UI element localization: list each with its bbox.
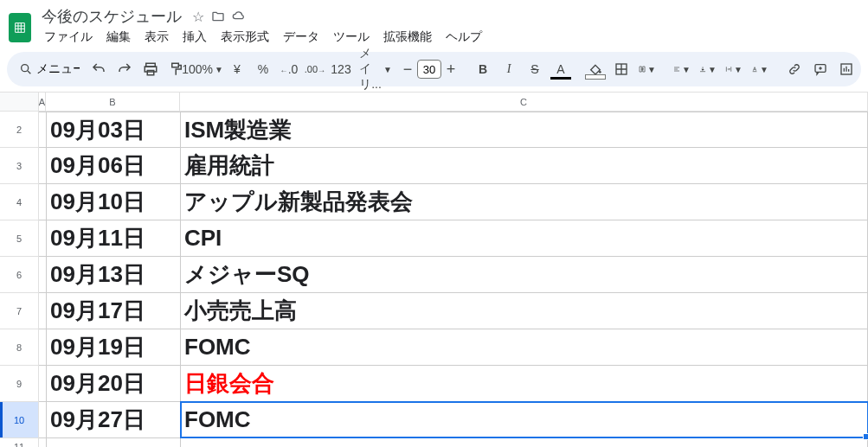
cell-event[interactable]: FOMC [181, 402, 868, 437]
text-color-button[interactable]: A [549, 57, 573, 81]
menu-view[interactable]: 表示 [138, 28, 175, 47]
cell[interactable] [39, 112, 47, 147]
row-header[interactable]: 9 [0, 366, 39, 402]
menu-search[interactable] [14, 62, 85, 76]
menu-data[interactable]: データ [277, 28, 325, 47]
decrease-decimal-button[interactable]: ←.0 [277, 57, 301, 81]
row-header[interactable]: 3 [0, 148, 39, 184]
row-header[interactable]: 2 [0, 112, 39, 148]
horizontal-align-button[interactable]: ▼ [670, 57, 694, 81]
cell[interactable] [47, 438, 181, 447]
cell-event[interactable]: メジャーSQ [181, 257, 868, 292]
cell[interactable] [39, 220, 47, 256]
zoom-dropdown[interactable]: 100%▼ [190, 57, 215, 81]
titlebar: 今後のスケジュール ☆ ファイル 編集 表示 挿入 表示形式 データ ツール 拡… [0, 0, 868, 52]
menu-extensions[interactable]: 拡張機能 [377, 28, 438, 47]
italic-button[interactable]: I [497, 57, 521, 81]
cell[interactable] [39, 329, 47, 365]
cell-event[interactable]: FOMC [181, 329, 868, 365]
cell-date[interactable]: 09月27日 [47, 402, 181, 437]
column-headers: A B C [39, 93, 868, 112]
row-header[interactable]: 4 [0, 184, 39, 220]
font-size-increase[interactable]: + [441, 59, 460, 80]
insert-comment-button[interactable] [808, 57, 833, 81]
col-header-b[interactable]: B [46, 93, 180, 112]
strikethrough-button[interactable]: S [523, 57, 547, 81]
font-family-dropdown[interactable]: メイリ...▼ [363, 57, 388, 81]
sheets-logo-icon[interactable] [9, 13, 31, 42]
menu-tools[interactable]: ツール [327, 28, 376, 47]
menu-edit[interactable]: 編集 [100, 28, 137, 47]
cell-date[interactable]: 09月20日 [47, 366, 181, 401]
menu-help[interactable]: ヘルプ [440, 28, 488, 47]
cell[interactable] [39, 148, 47, 183]
cell[interactable] [39, 293, 47, 329]
merge-cells-button[interactable]: ▼ [635, 57, 659, 81]
print-button[interactable] [138, 57, 163, 81]
text-wrap-button[interactable]: ▼ [722, 57, 746, 81]
table-row: 09月19日FOMC [39, 329, 868, 366]
redo-button[interactable] [113, 57, 137, 81]
number-format-dropdown[interactable]: 123 [329, 57, 353, 81]
cell[interactable] [39, 402, 47, 437]
row-header[interactable]: 5 [0, 220, 39, 257]
undo-button[interactable] [87, 57, 111, 81]
move-folder-icon[interactable] [211, 10, 225, 23]
svg-point-4 [599, 71, 601, 73]
merge-icon [639, 62, 646, 76]
link-icon [788, 62, 801, 76]
borders-button[interactable] [609, 57, 633, 81]
percent-button[interactable]: % [251, 57, 275, 81]
cell[interactable] [39, 438, 47, 447]
cell-event[interactable]: アップル新製品発表会 [181, 184, 868, 220]
cell-date[interactable]: 09月17日 [47, 293, 181, 329]
cell-event[interactable]: 日銀会合 [181, 366, 868, 401]
increase-decimal-button[interactable]: .00→ [303, 57, 327, 81]
cell[interactable] [39, 366, 47, 401]
table-row [39, 438, 868, 447]
cell[interactable] [39, 257, 47, 292]
menu-format[interactable]: 表示形式 [215, 28, 275, 47]
sheet-body: 09月03日ISM製造業09月06日雇用統計09月10日アップル新製品発表会09… [39, 112, 868, 447]
menu-insert[interactable]: 挿入 [177, 28, 213, 47]
font-size-decrease[interactable]: − [398, 59, 417, 80]
row-header[interactable]: 11 [0, 438, 39, 447]
cell-date[interactable]: 09月11日 [47, 220, 181, 256]
fill-color-button[interactable] [583, 57, 608, 81]
cell-date[interactable]: 09月06日 [47, 148, 181, 183]
row-header[interactable]: 7 [0, 293, 39, 329]
bold-button[interactable]: B [471, 57, 495, 81]
row-header[interactable]: 6 [0, 257, 39, 293]
undo-icon [91, 61, 106, 77]
cell-event[interactable]: CPI [181, 220, 868, 256]
cell[interactable] [181, 438, 868, 447]
select-all-corner[interactable] [0, 93, 39, 112]
cell-event[interactable]: 小売売上高 [181, 293, 868, 329]
fill-icon [588, 64, 602, 74]
cloud-status-icon[interactable] [232, 10, 246, 23]
doc-title[interactable]: 今後のスケジュール [38, 5, 185, 28]
menu-search-input[interactable] [36, 62, 80, 76]
row-headers: 23456789101112 [0, 93, 39, 447]
cell[interactable] [39, 184, 47, 220]
font-size-input[interactable] [417, 60, 441, 79]
insert-link-button[interactable] [782, 57, 807, 81]
insert-chart-button[interactable] [834, 57, 858, 81]
col-header-c[interactable]: C [180, 93, 868, 112]
row-header[interactable]: 10 [0, 402, 39, 438]
cell-event[interactable]: 雇用統計 [181, 148, 868, 183]
cell-date[interactable]: 09月19日 [47, 329, 181, 365]
cell-date[interactable]: 09月10日 [47, 184, 181, 220]
col-header-a[interactable]: A [39, 93, 46, 112]
menu-file[interactable]: ファイル [38, 28, 99, 47]
cell-date[interactable]: 09月13日 [47, 257, 181, 292]
text-rotation-button[interactable]: ▼ [748, 57, 772, 81]
currency-button[interactable]: ¥ [225, 57, 249, 81]
cell-event[interactable]: ISM製造業 [181, 112, 868, 147]
svg-point-0 [22, 65, 29, 72]
star-icon[interactable]: ☆ [192, 9, 204, 25]
vertical-align-button[interactable]: ▼ [696, 57, 720, 81]
cell-date[interactable]: 09月03日 [47, 112, 181, 147]
row-header[interactable]: 8 [0, 329, 39, 366]
table-row: 09月03日ISM製造業 [39, 112, 868, 148]
